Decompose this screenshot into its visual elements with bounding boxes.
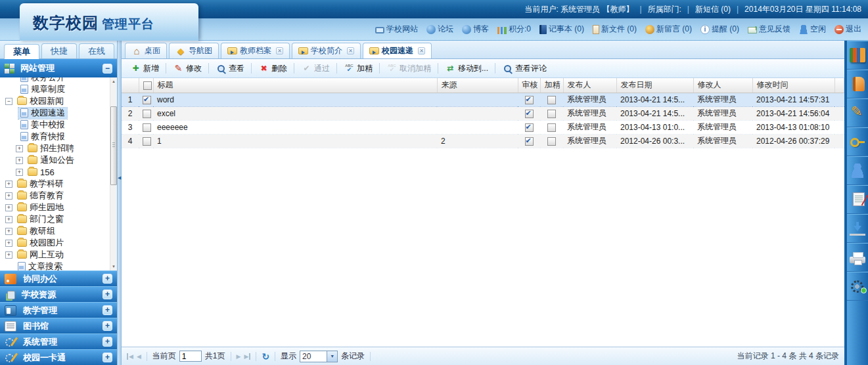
select-all-checkbox[interactable] xyxy=(143,81,152,90)
tree-expander-icon[interactable] xyxy=(5,98,12,105)
sidebar-splitter[interactable]: ◀ xyxy=(117,41,122,365)
content-tab[interactable]: 桌面 xyxy=(125,43,167,58)
status-link[interactable]: 空闲 xyxy=(799,24,826,35)
column-header[interactable]: 审核 xyxy=(518,78,540,93)
tree-expander-icon[interactable] xyxy=(5,181,12,188)
featured-checkbox[interactable] xyxy=(547,137,556,146)
tab-close-icon[interactable] xyxy=(347,47,354,54)
expand-button[interactable] xyxy=(103,337,112,347)
sidebar-tab[interactable]: 快捷 xyxy=(41,43,77,58)
row-checkbox[interactable] xyxy=(143,110,151,118)
sidebar-tab[interactable]: 在线 xyxy=(79,43,114,58)
expand-button[interactable] xyxy=(103,290,112,299)
table-row[interactable]: 1 word 系统管理员 2013-04-21 14:5... 系统管理员 20… xyxy=(122,93,844,106)
column-header[interactable]: 修改人 xyxy=(693,78,752,93)
scroll-up-icon[interactable]: ▲ xyxy=(110,77,117,85)
prev-page-icon[interactable] xyxy=(137,352,141,361)
tree-expander-icon[interactable] xyxy=(5,251,12,259)
feedback-link[interactable]: 意见反馈 xyxy=(748,24,790,35)
toolbar-button[interactable]: 查看评论 xyxy=(497,62,551,75)
toolbar-button[interactable]: 删除 xyxy=(254,62,292,75)
row-checkbox[interactable] xyxy=(143,96,151,104)
tree-expander-icon[interactable] xyxy=(5,192,12,200)
column-header[interactable]: 发布日期 xyxy=(616,78,693,93)
tree-item[interactable]: 校园速递 xyxy=(3,107,117,119)
section-office[interactable]: 协同办公 xyxy=(0,270,117,286)
tree-item[interactable]: 招生招聘 xyxy=(3,142,117,154)
tab-close-icon[interactable] xyxy=(418,47,425,54)
tree-item[interactable]: 校务公开 xyxy=(3,77,117,83)
section-library[interactable]: 图书馆 xyxy=(0,318,117,333)
tree-item[interactable]: 校园新闻 xyxy=(3,95,117,107)
diary-icon[interactable] xyxy=(847,70,868,98)
tree-expander-icon[interactable] xyxy=(16,157,23,164)
tree-item[interactable]: 文章搜索 xyxy=(3,261,117,270)
sidebar-tab[interactable]: 菜单 xyxy=(4,44,39,59)
audit-checkbox[interactable] xyxy=(525,137,534,146)
column-header[interactable]: 发布人 xyxy=(563,78,616,93)
reminder-link[interactable]: 提醒 (0) xyxy=(700,24,739,35)
tree-expander-icon[interactable] xyxy=(5,240,12,247)
tree-expander-icon[interactable] xyxy=(16,145,23,152)
table-row[interactable]: 2 excel 系统管理员 2013-04-21 14:5... 系统管理员 2… xyxy=(122,106,844,120)
toolbar-button[interactable]: 加精 xyxy=(339,62,377,75)
column-header[interactable]: 标题 xyxy=(153,78,437,93)
tree-item[interactable]: 156 xyxy=(3,166,117,178)
library-books-icon[interactable] xyxy=(847,41,868,70)
tree-item[interactable]: 校园图片 xyxy=(3,237,117,249)
table-row[interactable]: 4 1 2 系统管理员 2012-04-26 00:3... 系统管理员 201… xyxy=(122,134,844,148)
notebook-link[interactable]: 记事本 (0) xyxy=(539,24,584,35)
select-all-header[interactable] xyxy=(139,78,153,93)
download-icon[interactable] xyxy=(847,214,868,243)
toolbar-button[interactable]: 移动到... xyxy=(440,62,493,75)
column-header[interactable]: 加精 xyxy=(540,78,563,93)
audit-checkbox[interactable] xyxy=(525,110,534,118)
page-number-input[interactable] xyxy=(179,351,202,362)
expand-button[interactable] xyxy=(103,274,112,284)
tree-item[interactable]: 通知公告 xyxy=(3,154,117,166)
tree-item[interactable]: 姜中校报 xyxy=(3,119,117,131)
toolbar-button[interactable]: 通过 xyxy=(296,62,334,75)
tree-item[interactable]: 部门之窗 xyxy=(3,213,117,225)
sidebar-section-header[interactable]: 网站管理 xyxy=(0,59,117,77)
featured-checkbox[interactable] xyxy=(547,110,556,118)
tree-item[interactable]: 师生园地 xyxy=(3,202,117,213)
featured-checkbox[interactable] xyxy=(547,123,556,132)
table-row[interactable]: 3 eeeeeee 系统管理员 2013-04-13 01:0... 系统管理员… xyxy=(122,120,844,134)
collapse-button[interactable] xyxy=(103,64,112,74)
blog-link[interactable]: 博客 xyxy=(462,24,489,35)
tree-item[interactable]: 规章制度 xyxy=(3,83,117,95)
buddy-icon[interactable] xyxy=(847,156,868,185)
tree-expander-icon[interactable] xyxy=(5,228,12,235)
printer-icon[interactable] xyxy=(847,243,868,272)
score-link[interactable]: 积分:0 xyxy=(497,24,531,35)
refresh-icon[interactable]: ↻ xyxy=(262,351,269,362)
tree-expander-icon[interactable] xyxy=(5,204,12,211)
tree-item[interactable]: 教学科研 xyxy=(3,178,117,190)
collapse-arrow-icon[interactable]: ◀ xyxy=(118,175,121,181)
pencil-icon[interactable] xyxy=(847,98,868,127)
new-messages-link[interactable]: 新留言 (0) xyxy=(645,24,692,35)
tree-item[interactable]: 德育教育 xyxy=(3,190,117,202)
settings-icon[interactable] xyxy=(847,272,868,301)
next-page-icon[interactable] xyxy=(237,352,241,361)
logout-link[interactable]: 退出 xyxy=(834,24,861,35)
toolbar-button[interactable]: 新增 xyxy=(126,62,164,75)
featured-checkbox[interactable] xyxy=(547,96,556,104)
expand-button[interactable] xyxy=(103,321,112,331)
toolbar-button[interactable]: 查看 xyxy=(211,62,249,75)
content-tab[interactable]: 教师档案 xyxy=(221,43,290,58)
tree-expander-icon[interactable] xyxy=(16,169,23,176)
row-checkbox[interactable] xyxy=(143,137,151,146)
content-tab[interactable]: 导航图 xyxy=(169,43,219,58)
page-size-select[interactable]: 20 xyxy=(300,351,338,362)
first-page-icon[interactable] xyxy=(127,352,133,361)
content-tab[interactable]: 校园速递 xyxy=(363,43,432,58)
tree-scrollbar[interactable]: ▲ ▼ xyxy=(110,77,117,270)
section-teaching[interactable]: 教学管理 xyxy=(0,302,117,318)
toolbar-button[interactable]: 取消加精 xyxy=(382,62,436,75)
scroll-down-icon[interactable]: ▼ xyxy=(110,263,117,270)
tree-item[interactable]: 教研组 xyxy=(3,225,117,237)
row-checkbox[interactable] xyxy=(143,123,151,132)
tree-item[interactable]: 教育快报 xyxy=(3,131,117,142)
